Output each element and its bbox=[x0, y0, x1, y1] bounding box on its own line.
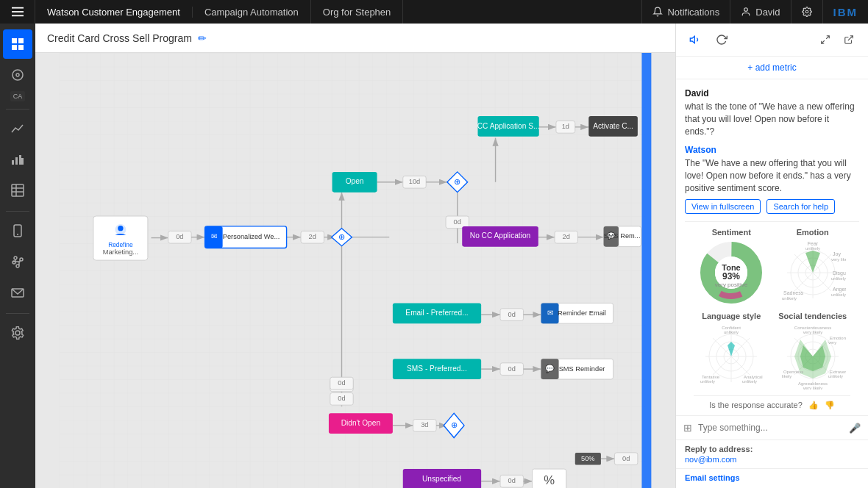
nav-item-org[interactable]: Org for Stephen bbox=[311, 0, 404, 24]
unspecified-node[interactable]: Unspecified bbox=[403, 469, 481, 488]
thumbs-up-icon[interactable]: 👍 bbox=[808, 401, 819, 410]
svg-point-4 bbox=[805, 10, 808, 13]
sidebar-icon-phone[interactable] bbox=[3, 216, 32, 245]
view-fullscreen-btn[interactable]: View in fullscreen bbox=[685, 199, 761, 214]
svg-rect-1 bbox=[12, 11, 24, 12]
reminder-email-node[interactable]: ✉ Reminder Email bbox=[541, 303, 613, 323]
search-help-btn[interactable]: Search for help bbox=[766, 199, 835, 214]
svg-text:Unspecified: Unspecified bbox=[422, 475, 461, 483]
chat-message-david: David what is the tone of "We have a new… bbox=[685, 88, 859, 137]
mic-icon[interactable]: 🎤 bbox=[849, 423, 861, 434]
panel-audio-btn[interactable] bbox=[685, 29, 705, 50]
chat-sender-watson: Watson bbox=[685, 145, 859, 155]
sidebar-icon-puzzle[interactable] bbox=[3, 247, 32, 276]
svg-text:0d: 0d bbox=[622, 455, 630, 462]
svg-text:0d: 0d bbox=[508, 311, 516, 318]
chat-message-watson: Watson The "We have a new offering that … bbox=[685, 145, 859, 213]
svg-text:unlikely: unlikely bbox=[831, 276, 846, 281]
sidebar-icon-table[interactable] bbox=[3, 176, 32, 205]
style-social-grid: Language style Confi bbox=[694, 312, 850, 390]
sms-rem-node[interactable]: 💬 SMS Rem... bbox=[604, 226, 641, 247]
svg-text:unlikely: unlikely bbox=[724, 330, 739, 334]
svg-text:⊕: ⊕ bbox=[451, 420, 458, 429]
add-metric-button[interactable]: + add metric bbox=[676, 57, 868, 79]
email-preferred-node[interactable]: Email - Preferred... bbox=[393, 303, 481, 323]
notifications-button[interactable]: Notifications bbox=[641, 0, 730, 24]
personalized-we-node[interactable]: ✉ Personalized We... bbox=[205, 226, 287, 248]
sidebar-icon-chart[interactable] bbox=[3, 114, 32, 143]
chat-text-watson: The "We have a new offering that you wil… bbox=[685, 157, 859, 194]
sentiment-section: Sentiment Tone bbox=[685, 221, 859, 415]
feedback-prompt: Is the response accurate? bbox=[709, 401, 803, 409]
svg-point-9 bbox=[13, 70, 23, 80]
open-node[interactable]: Open bbox=[332, 172, 377, 193]
svg-rect-5 bbox=[12, 38, 17, 43]
panel-external-btn[interactable] bbox=[839, 29, 859, 50]
percent-node[interactable]: % bbox=[533, 469, 566, 488]
panel-refresh-btn[interactable] bbox=[711, 29, 732, 50]
emotion-box: Emotion bbox=[775, 228, 851, 306]
edit-icon[interactable]: ✏ bbox=[198, 32, 207, 44]
sentiment-box: Sentiment Tone bbox=[694, 228, 769, 306]
svg-text:0d: 0d bbox=[454, 218, 461, 226]
canvas-body[interactable]: 0d 2d 10d bbox=[35, 53, 675, 488]
svg-text:2d: 2d bbox=[309, 233, 316, 240]
sidebar-icon-explore[interactable] bbox=[3, 60, 32, 90]
marketing-node[interactable]: Marketing... Redefine bbox=[93, 216, 148, 260]
user-menu[interactable]: David bbox=[730, 0, 790, 24]
social-tendencies-box: Social tendencies bbox=[775, 312, 851, 390]
hamburger-button[interactable] bbox=[0, 0, 35, 24]
chat-area: David what is the tone of "We have a new… bbox=[676, 79, 868, 415]
left-sidebar: CA bbox=[0, 24, 35, 488]
sidebar-divider-3 bbox=[6, 313, 29, 314]
chat-input-area: ⊞ 🎤 bbox=[676, 415, 868, 439]
svg-text:Sadness: Sadness bbox=[783, 290, 804, 295]
canvas-container: Credit Card Cross Sell Program ✏ bbox=[35, 24, 675, 488]
svg-rect-12 bbox=[15, 157, 18, 165]
sentiment-viz: Tone 93% very positive bbox=[694, 240, 769, 306]
svg-text:3d: 3d bbox=[421, 421, 428, 428]
svg-line-131 bbox=[848, 36, 853, 40]
panel-expand-btn[interactable] bbox=[815, 29, 836, 50]
svg-text:Reminder Email: Reminder Email bbox=[558, 309, 606, 317]
emotion-label: Emotion bbox=[775, 228, 851, 237]
svg-text:✉: ✉ bbox=[547, 309, 553, 317]
chat-sender-david: David bbox=[685, 88, 859, 98]
sidebar-icon-envelope[interactable] bbox=[3, 278, 32, 307]
sentiment-grid: Sentiment Tone bbox=[694, 228, 850, 306]
svg-rect-26 bbox=[641, 53, 651, 488]
svg-text:⊕: ⊕ bbox=[338, 232, 345, 241]
settings-button[interactable] bbox=[791, 0, 822, 24]
language-style-box: Language style Confi bbox=[694, 312, 769, 390]
email-settings-label[interactable]: Email settings bbox=[685, 473, 859, 482]
chat-input[interactable] bbox=[698, 423, 843, 433]
panel-header bbox=[676, 24, 868, 57]
canvas-header: Credit Card Cross Sell Program ✏ bbox=[35, 24, 675, 53]
sidebar-icon-bar[interactable] bbox=[3, 145, 32, 174]
sidebar-icon-gear[interactable] bbox=[3, 318, 32, 348]
sidebar-icon-grid[interactable] bbox=[3, 29, 32, 59]
language-style-label: Language style bbox=[694, 312, 769, 320]
svg-marker-146 bbox=[805, 251, 820, 273]
svg-text:10d: 10d bbox=[409, 178, 420, 185]
activate-node[interactable]: Activate C... bbox=[588, 116, 638, 137]
svg-text:Disgust: Disgust bbox=[833, 270, 846, 276]
sms-reminder-node[interactable]: 💬 SMS Reminder bbox=[541, 359, 613, 379]
right-panel: + add metric David what is the tone of "… bbox=[675, 24, 868, 488]
thumbs-down-icon[interactable]: 👎 bbox=[825, 401, 835, 410]
reply-label: Reply to address: bbox=[685, 445, 859, 453]
no-cc-app-node[interactable]: No CC Application bbox=[462, 226, 538, 247]
svg-text:Open: Open bbox=[346, 177, 364, 185]
cc-application-node[interactable]: CC Application S... bbox=[477, 116, 540, 137]
svg-text:✉: ✉ bbox=[211, 232, 217, 240]
canvas-title: Credit Card Cross Sell Program bbox=[47, 32, 192, 44]
sms-preferred-node[interactable]: SMS - Preferred... bbox=[393, 359, 481, 379]
didnt-open-node[interactable]: Didn't Open bbox=[329, 413, 393, 434]
sentiment-label: Sentiment bbox=[694, 228, 769, 237]
svg-rect-15 bbox=[12, 184, 24, 196]
sidebar-divider-2 bbox=[6, 211, 29, 212]
main-layout: CA Credit Card Cross Sell Program ✏ bbox=[0, 24, 868, 488]
nav-item-campaign[interactable]: Campaign Automation bbox=[193, 0, 311, 24]
svg-point-10 bbox=[16, 73, 19, 76]
svg-text:0d: 0d bbox=[508, 477, 516, 484]
